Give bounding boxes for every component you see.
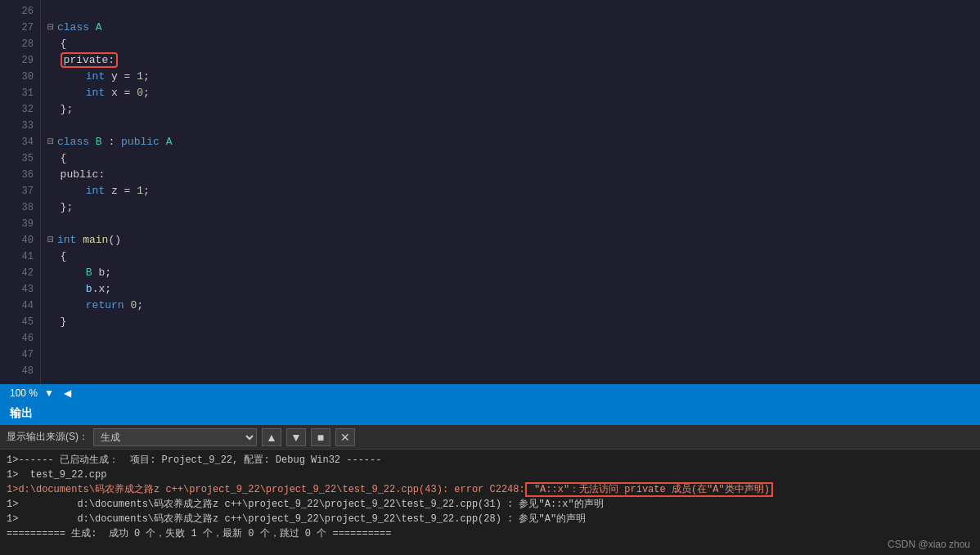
code-line <box>47 330 980 347</box>
output-line: 1>------ 已启动生成： 项目: Project_9_22, 配置: De… <box>7 453 973 468</box>
line-number: 47 <box>7 347 34 363</box>
code-line: int y = 1; <box>47 69 980 85</box>
output-content: 1>------ 已启动生成： 项目: Project_9_22, 配置: De… <box>0 450 980 555</box>
line-number: 28 <box>7 36 34 52</box>
code-line <box>47 216 980 232</box>
csdn-watermark: CSDN @xiao zhou <box>888 537 970 552</box>
output-line: ========== 生成: 成功 0 个，失败 1 个，最新 0 个，跳过 0… <box>7 526 973 541</box>
output-clear-btn[interactable]: ✕ <box>335 428 355 446</box>
code-line: int x = 0; <box>47 85 980 101</box>
line-number: 38 <box>7 199 34 216</box>
line-number: 26 <box>7 3 34 20</box>
line-number: 35 <box>7 150 34 167</box>
output-panel-header: 输出 <box>0 402 980 425</box>
line-number: 34 <box>7 134 34 150</box>
line-number: 44 <box>7 298 34 314</box>
line-number: 48 <box>7 363 34 379</box>
code-line <box>47 3 980 20</box>
line-number: 41 <box>7 248 34 265</box>
code-line <box>47 347 980 363</box>
code-line: }; <box>47 199 980 216</box>
code-line: return 0; <box>47 298 980 314</box>
output-stop-btn[interactable]: ■ <box>311 428 330 446</box>
line-number: 36 <box>7 167 34 183</box>
line-number: 27 <box>7 20 34 36</box>
code-line: } <box>47 314 980 330</box>
scrollbar-area: 100 % ▼ ◀ <box>0 384 980 402</box>
line-number: 43 <box>7 281 34 298</box>
output-toolbar: 显示输出来源(S)： 生成 ▲ ▼ ■ ✕ <box>0 425 980 450</box>
line-number: 40 <box>7 232 34 248</box>
code-line: }; <box>47 101 980 118</box>
output-source-select[interactable]: 生成 <box>93 428 257 446</box>
line-number: 32 <box>7 101 34 118</box>
scroll-left-icon: ◀ <box>64 387 71 399</box>
code-line: ⊟class B : public A <box>47 134 980 150</box>
output-scroll-down-btn[interactable]: ▼ <box>286 428 306 446</box>
line-number: 46 <box>7 330 34 347</box>
output-line: 1> test_9_22.cpp <box>7 468 973 482</box>
code-line <box>47 118 980 134</box>
output-line: 1> d:\documents\码农养成之路z c++\project_9_22… <box>7 512 973 526</box>
output-source-label: 显示输出来源(S)： <box>7 430 88 444</box>
line-number: 37 <box>7 183 34 199</box>
status-bar: 100 % ▼ ◀ <box>0 384 980 402</box>
code-line: B b; <box>47 265 980 281</box>
zoom-level: 100 % <box>10 387 38 399</box>
code-line <box>47 363 980 379</box>
line-number: 45 <box>7 314 34 330</box>
line-number: 29 <box>7 52 34 69</box>
code-line: ⊟int main() <box>47 232 980 248</box>
code-line: { <box>47 248 980 265</box>
line-number: 30 <box>7 69 34 85</box>
code-line: ⊟class A <box>47 20 980 36</box>
line-number: 39 <box>7 216 34 232</box>
code-container: 2627282930313233343536373839404142434445… <box>0 0 980 384</box>
code-line: { <box>47 36 980 52</box>
output-title: 输出 <box>10 406 33 421</box>
line-number: 31 <box>7 85 34 101</box>
line-numbers: 2627282930313233343536373839404142434445… <box>0 0 41 384</box>
line-number: 42 <box>7 265 34 281</box>
output-scroll-up-btn[interactable]: ▲ <box>262 428 281 446</box>
zoom-dropdown-icon[interactable]: ▼ <box>44 387 54 399</box>
code-lines[interactable]: ⊟class A { private: int y = 1; int x = 0… <box>41 0 980 384</box>
code-line: { <box>47 150 980 167</box>
output-line: 1> d:\documents\码农养成之路z c++\project_9_22… <box>7 497 973 512</box>
editor-area: 2627282930313233343536373839404142434445… <box>0 0 980 384</box>
code-line: int z = 1; <box>47 183 980 199</box>
line-number: 33 <box>7 118 34 134</box>
code-line: public: <box>47 167 980 183</box>
code-line: b.x; <box>47 281 980 298</box>
output-line: 1>d:\documents\码农养成之路z c++\project_9_22\… <box>7 482 973 497</box>
code-line: private: <box>47 52 980 69</box>
